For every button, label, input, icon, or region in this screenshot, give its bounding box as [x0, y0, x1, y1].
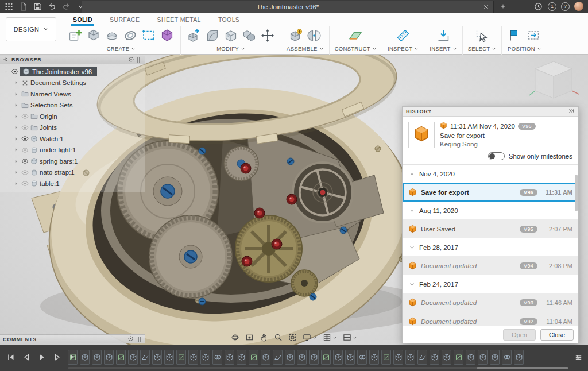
help-icon[interactable]: ? — [561, 2, 570, 11]
visibility-eye[interactable] — [21, 113, 29, 120]
timeline-feature-sketch-1[interactable] — [68, 350, 78, 365]
panel-options-icon[interactable] — [127, 335, 134, 343]
history-group-feb-24-2017[interactable]: Feb 24, 2017 — [403, 275, 578, 293]
browser-item-table-1[interactable]: table:1 — [0, 178, 145, 190]
notifications-icon[interactable]: 1 — [548, 2, 556, 11]
design-menu-button[interactable]: DESIGN — [6, 17, 56, 41]
timeline-scrollbar[interactable] — [68, 367, 568, 369]
disclosure-triangle-icon[interactable] — [13, 181, 20, 187]
history-entry-v95[interactable]: User SavedV952:07 PM — [403, 219, 578, 238]
timeline-options-icon[interactable] — [573, 352, 583, 362]
milestones-toggle[interactable] — [488, 152, 505, 160]
timeline-feature-sketch-5[interactable] — [116, 350, 126, 365]
tab-solid[interactable]: SOLID — [64, 13, 101, 26]
toolbar-group-label-construct[interactable]: CONSTRUCT — [335, 45, 377, 52]
shell-button[interactable] — [223, 28, 239, 44]
close-tab-icon[interactable] — [481, 2, 490, 11]
toolbar-group-label-position[interactable]: POSITION — [508, 45, 541, 52]
timeline-feature-sketch-33[interactable] — [454, 350, 463, 365]
toolbar-group-label-assemble[interactable]: ASSEMBLE — [287, 45, 324, 52]
browser-root-badge[interactable]: The Jointmaster v96 — [20, 67, 97, 76]
tab-tools[interactable]: TOOLS — [210, 13, 248, 26]
save-button[interactable] — [32, 1, 42, 11]
browser-item-origin[interactable]: Origin — [0, 111, 145, 122]
toolbar-group-label-create[interactable]: CREATE — [107, 45, 136, 52]
timeline-feature-feature-38[interactable] — [514, 350, 524, 365]
construction-plane-button[interactable] — [347, 28, 363, 44]
viewport[interactable]: BROWSER The Jointmaster v96 Document Set… — [0, 55, 588, 345]
collapse-panel-icon[interactable] — [2, 56, 9, 64]
timeline-feature-feature-34[interactable] — [466, 350, 475, 365]
select-button[interactable] — [474, 28, 490, 44]
press-pull-button[interactable] — [186, 28, 202, 44]
app-grid-button[interactable] — [3, 1, 14, 11]
timeline-feature-feature-4[interactable] — [104, 350, 114, 365]
timeline-feature-feature-11[interactable] — [188, 350, 198, 365]
timeline-feature-feature-36[interactable] — [490, 350, 500, 365]
pan-button[interactable] — [260, 333, 268, 342]
timeline-feature-feature-29[interactable] — [405, 350, 415, 365]
joint-button[interactable] — [306, 28, 322, 44]
timeline-feature-feature-3[interactable] — [92, 350, 102, 365]
orbit-button[interactable] — [231, 333, 239, 342]
toolbar-group-label-modify[interactable]: MODIFY — [216, 45, 245, 52]
play-button[interactable] — [37, 352, 47, 362]
revert-position-button[interactable] — [525, 28, 541, 44]
disclosure-triangle-icon[interactable] — [13, 147, 20, 153]
timeline-feature-sketch-22[interactable] — [321, 350, 331, 365]
timeline-feature-plane-18[interactable] — [273, 350, 283, 365]
visibility-eye[interactable] — [11, 68, 18, 75]
timeline-feature-feature-20[interactable] — [297, 350, 307, 365]
timeline-feature-feature-6[interactable] — [128, 350, 138, 365]
disclosure-triangle-icon[interactable] — [13, 114, 20, 119]
timeline-feature-feature-2[interactable] — [80, 350, 90, 365]
timeline-feature-feature-9[interactable] — [164, 350, 174, 365]
browser-item-nato-strap-1[interactable]: nato strap:1 — [0, 167, 145, 179]
timeline-feature-sketch-27[interactable] — [381, 350, 391, 365]
toolbar-group-label-insert[interactable]: INSERT — [430, 45, 457, 52]
fit-button[interactable] — [288, 333, 297, 342]
browser-item-named-views[interactable]: Named Views — [0, 88, 145, 100]
undo-button[interactable] — [47, 1, 57, 11]
go-to-start-button[interactable] — [6, 352, 16, 362]
disclosure-triangle-icon[interactable] — [13, 159, 20, 164]
disclosure-triangle-icon[interactable] — [2, 69, 9, 75]
comments-panel[interactable]: COMMENTS — [0, 334, 145, 343]
extrude-button[interactable] — [86, 28, 102, 44]
timeline-feature-feature-19[interactable] — [285, 350, 295, 365]
timeline-feature-sketch-10[interactable] — [176, 350, 186, 365]
timeline-feature-feature-14[interactable] — [225, 350, 234, 365]
zoom-button[interactable] — [274, 333, 283, 342]
visibility-eye[interactable] — [21, 124, 29, 132]
timeline-feature-feature-24[interactable] — [345, 350, 355, 365]
collapse-panel-icon[interactable] — [568, 107, 575, 115]
revolve-button[interactable] — [104, 28, 120, 44]
viewports-button[interactable] — [343, 333, 357, 342]
visibility-eye[interactable] — [21, 135, 29, 142]
user-avatar[interactable] — [574, 2, 583, 11]
browser-item-selection-sets[interactable]: Selection Sets — [0, 100, 145, 111]
timeline-feature-joint-25[interactable] — [357, 350, 367, 365]
history-entry-v96[interactable]: Save for exportV9611:31 AM — [403, 183, 578, 202]
disclosure-triangle-icon[interactable] — [13, 91, 20, 97]
history-group-feb-28-2017[interactable]: Feb 28, 2017 — [403, 238, 578, 256]
browser-root-item[interactable]: The Jointmaster v96 — [0, 66, 145, 78]
history-scrollbar[interactable] — [575, 175, 578, 211]
timeline-feature-feature-26[interactable] — [369, 350, 379, 365]
insert-mesh-button[interactable] — [435, 28, 451, 44]
visibility-eye[interactable] — [21, 180, 29, 187]
timeline-feature-sketch-16[interactable] — [249, 350, 258, 365]
browser-item-under-light-1[interactable]: under light:1 — [0, 145, 145, 156]
history-entry-v94[interactable]: Document updatedV942:08 PM — [403, 256, 578, 275]
display-settings-button[interactable] — [303, 333, 317, 342]
move-copy-button[interactable] — [260, 28, 276, 44]
create-sketch-button[interactable] — [67, 28, 83, 44]
visibility-eye[interactable] — [21, 157, 29, 165]
timeline-feature-feature-23[interactable] — [333, 350, 343, 365]
panel-options-icon[interactable] — [128, 56, 134, 64]
view-cube[interactable] — [527, 56, 582, 111]
capture-position-button[interactable] — [507, 28, 523, 44]
grid-settings-button[interactable] — [323, 333, 337, 342]
version-thumbnail[interactable] — [408, 122, 435, 148]
timeline-feature-feature-32[interactable] — [442, 350, 451, 365]
